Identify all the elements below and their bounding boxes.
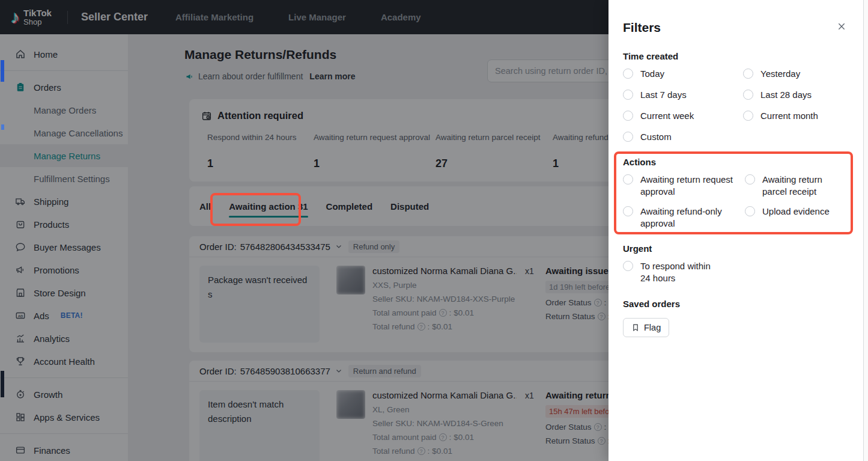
time-created-options: Today Yesterday Last 7 days Last 28 days… — [623, 68, 849, 143]
time-created-header: Time created — [623, 51, 678, 61]
radio-icon[interactable] — [745, 174, 755, 185]
radio-icon[interactable] — [623, 111, 633, 121]
radio-icon[interactable] — [743, 69, 753, 79]
radio-icon[interactable] — [743, 90, 753, 100]
filter-option-current-week[interactable]: Current week — [623, 110, 743, 122]
filter-option-yesterday[interactable]: Yesterday — [743, 68, 849, 80]
urgent-options: To respond within 24 hours — [623, 260, 743, 284]
radio-icon[interactable] — [623, 90, 633, 100]
filter-option-today[interactable]: Today — [623, 68, 743, 80]
close-icon[interactable] — [837, 22, 846, 31]
filter-option-awaiting-refund-only-approval[interactable]: Awaiting refund-only approval — [623, 206, 745, 230]
filter-option-awaiting-return-request-approval[interactable]: Awaiting return request approval — [623, 174, 745, 198]
scrollbar-thumb[interactable] — [1, 60, 4, 82]
modal-dim-overlay[interactable] — [0, 0, 609, 461]
actions-options: Awaiting return request approval Awaitin… — [623, 174, 849, 230]
radio-icon[interactable] — [623, 206, 633, 216]
radio-icon[interactable] — [623, 174, 633, 185]
filter-option-current-month[interactable]: Current month — [743, 110, 849, 122]
app-window: ♪ TikTok Shop Seller Center Affiliate Ma… — [0, 0, 868, 461]
actions-header: Actions — [623, 157, 656, 167]
filter-option-last-7-days[interactable]: Last 7 days — [623, 89, 743, 101]
filters-drawer: Filters Time created Today Yesterday Las… — [609, 0, 863, 461]
radio-icon[interactable] — [745, 206, 755, 216]
filter-option-last-28-days[interactable]: Last 28 days — [743, 89, 849, 101]
radio-icon[interactable] — [623, 261, 633, 271]
radio-icon[interactable] — [623, 69, 633, 79]
filter-option-respond-within-24-hours[interactable]: To respond within 24 hours — [623, 260, 743, 284]
browser-scrollbar[interactable] — [863, 0, 868, 461]
scrollbar-mark — [1, 371, 4, 397]
urgent-header: Urgent — [623, 243, 652, 254]
radio-icon[interactable] — [743, 111, 753, 121]
filters-title: Filters — [623, 20, 661, 35]
filter-option-custom[interactable]: Custom — [623, 131, 743, 143]
filter-option-awaiting-return-parcel-receipt[interactable]: Awaiting return parcel receipt — [745, 174, 849, 198]
radio-icon[interactable] — [623, 132, 633, 142]
bookmark-icon — [631, 323, 640, 332]
filter-option-upload-evidence[interactable]: Upload evidence — [745, 206, 849, 230]
scrollbar-mark — [1, 124, 4, 130]
flag-button[interactable]: Flag — [623, 318, 669, 337]
saved-orders-header: Saved orders — [623, 299, 680, 309]
